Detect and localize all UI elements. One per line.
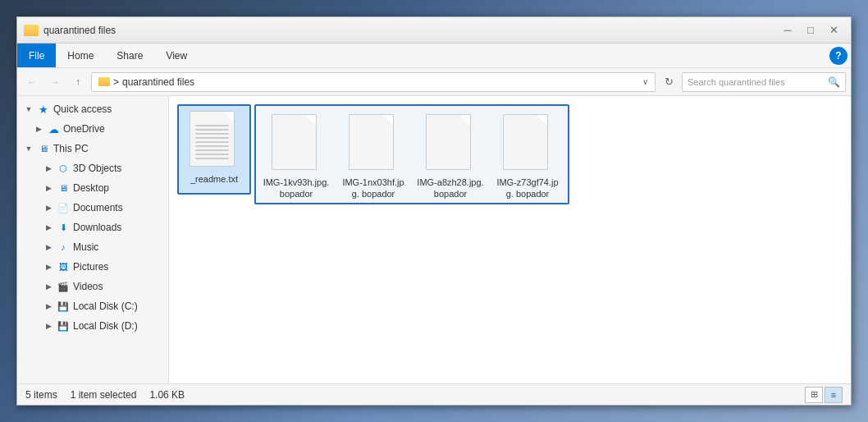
sidebar-item-downloads[interactable]: ⬇ Downloads	[17, 218, 168, 237]
minimize-button[interactable]: ─	[777, 22, 798, 39]
back-button[interactable]: ←	[22, 72, 42, 92]
title-bar: quarantined files ─ □ ✕	[17, 17, 851, 44]
pc-icon: 🖥	[37, 142, 50, 155]
sidebar-label-videos: Videos	[73, 281, 103, 292]
view-controls: ⊞ ≡	[805, 387, 843, 403]
selected-info: 1 item selected	[71, 389, 137, 401]
folder-icon	[24, 25, 39, 36]
file-area: _readme.txt IMG-1kv93h.jpg. bopador IMG-…	[169, 96, 851, 383]
menu-bar: File Home Share View ?	[17, 44, 851, 68]
menu-file[interactable]: File	[17, 44, 56, 67]
disk-d-icon: 💾	[57, 319, 70, 333]
window-title: quarantined files	[43, 25, 772, 36]
file-line	[195, 154, 229, 155]
window-controls: ─ □ ✕	[777, 22, 844, 39]
sidebar: ★ Quick access ☁ OneDrive 🖥 This PC ⬡ 3D…	[17, 96, 169, 383]
sidebar-label-local-d: Local Disk (D:)	[73, 320, 138, 332]
sidebar-item-this-pc[interactable]: 🖥 This PC	[17, 139, 168, 158]
sidebar-item-local-c[interactable]: 💾 Local Disk (C:)	[17, 296, 168, 316]
sidebar-item-3d-objects[interactable]: ⬡ 3D Objects	[17, 158, 168, 178]
chevron-quick-access	[24, 104, 34, 114]
sidebar-item-videos[interactable]: 🎬 Videos	[17, 277, 168, 296]
downloads-icon: ⬇	[57, 221, 70, 234]
file-icon-img3	[426, 114, 475, 173]
file-icon-img4	[503, 114, 552, 173]
chevron-this-pc	[24, 144, 34, 154]
current-folder-label: quarantined files	[122, 76, 194, 88]
file-paper-img2	[349, 114, 394, 170]
cloud-icon: ☁	[47, 122, 60, 135]
videos-icon: 🎬	[57, 280, 70, 293]
status-bar: 5 items 1 item selected 1.06 KB ⊞ ≡	[17, 383, 851, 405]
address-path[interactable]: > quarantined files ∨	[91, 72, 656, 92]
file-paper-img1	[272, 114, 317, 170]
maximize-button[interactable]: □	[800, 22, 821, 39]
forward-button[interactable]: →	[45, 72, 65, 92]
sidebar-label-desktop: Desktop	[73, 182, 109, 194]
dropdown-arrow[interactable]: ∨	[642, 77, 648, 86]
file-size: 1.06 KB	[149, 389, 185, 401]
file-item-img3[interactable]: IMG-a8zh28.jpg. bopador	[413, 109, 487, 200]
sidebar-item-local-d[interactable]: 💾 Local Disk (D:)	[17, 316, 168, 336]
sidebar-label-downloads: Downloads	[73, 222, 121, 233]
sidebar-label-onedrive: OneDrive	[63, 123, 105, 135]
chevron-3d	[43, 163, 53, 173]
help-button[interactable]: ?	[829, 47, 847, 65]
sidebar-label-documents: Documents	[73, 202, 123, 213]
file-paper-img3	[426, 114, 471, 170]
breadcrumb-separator: >	[113, 76, 119, 88]
file-lines-readme	[195, 125, 229, 162]
sidebar-label-quick-access: Quick access	[53, 103, 112, 115]
file-line	[195, 145, 229, 147]
sidebar-item-quick-access[interactable]: ★ Quick access	[17, 99, 168, 119]
file-item-img1[interactable]: IMG-1kv93h.jpg. bopador	[259, 109, 333, 200]
menu-view[interactable]: View	[154, 44, 199, 67]
file-item-img4[interactable]: IMG-z73gf74.jpg. bopador	[491, 109, 564, 200]
pictures-icon: 🖼	[57, 260, 70, 273]
chevron-downloads	[43, 222, 53, 232]
file-line	[195, 149, 229, 151]
file-name-img4: IMG-z73gf74.jpg. bopador	[494, 177, 561, 200]
chevron-pictures	[43, 262, 53, 272]
main-area: ★ Quick access ☁ OneDrive 🖥 This PC ⬡ 3D…	[17, 96, 851, 383]
sidebar-label-music: Music	[73, 241, 98, 253]
file-line	[195, 158, 229, 159]
details-view-button[interactable]: ⊞	[805, 387, 823, 403]
desktop-icon: 🖥	[57, 181, 70, 195]
chevron-local-d	[43, 321, 53, 331]
chevron-videos	[43, 282, 53, 291]
window-icon	[24, 25, 39, 36]
sidebar-item-pictures[interactable]: 🖼 Pictures	[17, 257, 168, 277]
file-item-img2[interactable]: IMG-1nx03hf.jpg. bopador	[336, 109, 410, 200]
sidebar-item-onedrive[interactable]: ☁ OneDrive	[17, 119, 168, 139]
refresh-button[interactable]: ↻	[659, 72, 678, 92]
close-button[interactable]: ✕	[823, 22, 844, 39]
sidebar-item-documents[interactable]: 📄 Documents	[17, 198, 168, 218]
menu-home[interactable]: Home	[56, 44, 105, 67]
file-name-img3: IMG-a8zh28.jpg. bopador	[417, 177, 484, 200]
star-icon: ★	[37, 103, 50, 116]
file-icon-img2	[349, 114, 398, 173]
up-button[interactable]: ↑	[68, 72, 88, 92]
chevron-documents	[43, 203, 53, 213]
file-line	[195, 141, 229, 143]
file-explorer-window: quarantined files ─ □ ✕ File Home Share …	[16, 16, 852, 406]
file-name-img1: IMG-1kv93h.jpg. bopador	[263, 177, 330, 200]
search-placeholder: Search quarantined files	[688, 77, 785, 87]
3d-icon: ⬡	[57, 162, 70, 175]
disk-c-icon: 💾	[57, 300, 70, 313]
sidebar-item-music[interactable]: ♪ Music	[17, 237, 168, 257]
sidebar-label-pictures: Pictures	[73, 261, 108, 273]
file-paper-readme	[190, 111, 235, 167]
music-icon: ♪	[57, 241, 70, 254]
list-view-button[interactable]: ≡	[825, 387, 843, 403]
menu-share[interactable]: Share	[105, 44, 154, 67]
file-line	[195, 137, 229, 139]
file-name-img2: IMG-1nx03hf.jpg. bopador	[340, 177, 407, 200]
sidebar-item-desktop[interactable]: 🖥 Desktop	[17, 178, 168, 198]
search-box[interactable]: Search quarantined files 🔍	[682, 72, 846, 92]
item-count: 5 items	[25, 389, 57, 401]
file-item-readme[interactable]: _readme.txt	[177, 104, 251, 195]
search-icon: 🔍	[828, 76, 840, 88]
chevron-music	[43, 242, 53, 252]
